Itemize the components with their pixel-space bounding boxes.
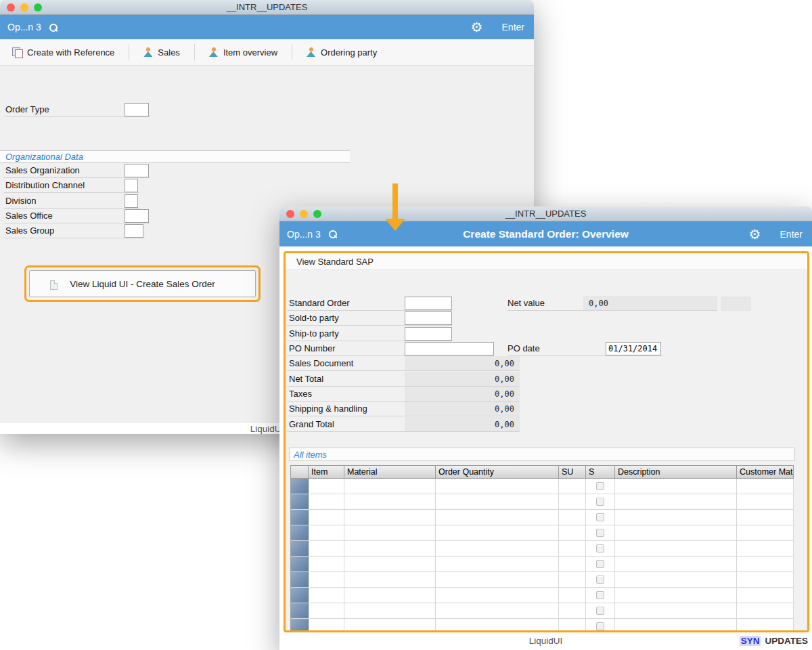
row-checkbox[interactable] bbox=[596, 498, 604, 506]
table-cell[interactable] bbox=[586, 603, 615, 618]
table-cell[interactable] bbox=[586, 525, 615, 540]
table-cell[interactable] bbox=[309, 603, 344, 618]
column-header-s[interactable]: S bbox=[586, 465, 615, 479]
table-cell[interactable] bbox=[737, 619, 794, 630]
row-checkbox[interactable] bbox=[596, 560, 604, 568]
row-selector-cell[interactable] bbox=[291, 588, 309, 603]
table-cell[interactable] bbox=[344, 510, 436, 525]
table-cell[interactable] bbox=[309, 619, 344, 630]
row-selector-cell[interactable] bbox=[291, 557, 309, 571]
minimize-button[interactable] bbox=[20, 3, 28, 12]
column-header-selector[interactable] bbox=[291, 465, 309, 479]
enter-button[interactable]: Enter bbox=[780, 229, 803, 240]
sales-office-input[interactable] bbox=[125, 209, 149, 223]
row-selector-cell[interactable] bbox=[291, 619, 309, 630]
po-number-input[interactable] bbox=[405, 342, 494, 355]
table-cell[interactable] bbox=[586, 510, 615, 525]
zoom-button[interactable] bbox=[34, 3, 42, 12]
table-cell[interactable] bbox=[436, 510, 559, 525]
table-cell[interactable] bbox=[559, 619, 586, 630]
table-cell[interactable] bbox=[615, 525, 737, 540]
table-cell[interactable] bbox=[559, 572, 586, 587]
table-cell[interactable] bbox=[737, 525, 794, 540]
table-cell[interactable] bbox=[436, 479, 559, 494]
table-cell[interactable] bbox=[737, 494, 794, 509]
table-cell[interactable] bbox=[309, 541, 344, 556]
close-button[interactable] bbox=[286, 210, 294, 218]
table-cell[interactable] bbox=[344, 479, 436, 494]
po-date-input[interactable] bbox=[606, 342, 661, 355]
transaction-label[interactable]: Op...n 3 bbox=[287, 229, 321, 240]
row-checkbox[interactable] bbox=[596, 482, 604, 490]
table-cell[interactable] bbox=[737, 603, 794, 618]
row-checkbox[interactable] bbox=[596, 529, 604, 537]
column-header-su[interactable]: SU bbox=[559, 465, 586, 479]
table-cell[interactable] bbox=[309, 525, 344, 540]
standard-order-input[interactable] bbox=[405, 297, 452, 310]
table-cell[interactable] bbox=[615, 541, 737, 556]
table-cell[interactable] bbox=[309, 588, 344, 603]
table-cell[interactable] bbox=[586, 479, 615, 494]
table-cell[interactable] bbox=[737, 572, 794, 587]
table-cell[interactable] bbox=[309, 572, 344, 587]
table-cell[interactable] bbox=[586, 588, 615, 603]
table-cell[interactable] bbox=[586, 619, 615, 630]
table-cell[interactable] bbox=[615, 588, 737, 603]
table-cell[interactable] bbox=[559, 557, 586, 571]
table-cell[interactable] bbox=[344, 603, 436, 618]
toolbar-button-ordering-party[interactable]: Ordering party bbox=[292, 47, 391, 58]
minimize-button[interactable] bbox=[300, 210, 308, 218]
table-cell[interactable] bbox=[436, 588, 559, 603]
table-cell[interactable] bbox=[615, 572, 737, 587]
view-liquid-ui-button[interactable]: View Liquid UI - Create Sales Order bbox=[29, 270, 256, 297]
row-checkbox[interactable] bbox=[596, 622, 604, 630]
table-cell[interactable] bbox=[436, 494, 559, 509]
table-cell[interactable] bbox=[737, 541, 794, 556]
column-header-item[interactable]: Item bbox=[309, 465, 344, 479]
order-type-input[interactable] bbox=[125, 103, 149, 116]
table-cell[interactable] bbox=[559, 588, 586, 603]
back-window-titlebar[interactable]: __INTR__UPDATES bbox=[0, 0, 534, 15]
column-header-customer-mat[interactable]: Customer Mat bbox=[737, 465, 794, 479]
table-cell[interactable] bbox=[559, 479, 586, 494]
table-cell[interactable] bbox=[309, 557, 344, 571]
table-cell[interactable] bbox=[436, 541, 559, 556]
close-button[interactable] bbox=[7, 3, 15, 12]
row-selector-cell[interactable] bbox=[291, 572, 309, 587]
row-selector-cell[interactable] bbox=[291, 525, 309, 540]
table-cell[interactable] bbox=[559, 541, 586, 556]
table-cell[interactable] bbox=[559, 525, 586, 540]
row-checkbox[interactable] bbox=[596, 607, 604, 615]
table-cell[interactable] bbox=[586, 494, 615, 509]
table-cell[interactable] bbox=[309, 510, 344, 525]
table-cell[interactable] bbox=[309, 479, 344, 494]
search-icon[interactable] bbox=[329, 230, 336, 238]
table-cell[interactable] bbox=[615, 494, 737, 509]
table-cell[interactable] bbox=[436, 572, 559, 587]
table-cell[interactable] bbox=[737, 510, 794, 525]
table-cell[interactable] bbox=[615, 479, 737, 494]
distribution-channel-input[interactable] bbox=[125, 179, 138, 192]
gear-icon[interactable]: ⚙ bbox=[749, 228, 761, 241]
row-checkbox[interactable] bbox=[596, 513, 604, 521]
column-header-material[interactable]: Material bbox=[344, 465, 436, 479]
table-cell[interactable] bbox=[586, 572, 615, 587]
view-standard-sap-button[interactable]: View Standard SAP bbox=[286, 253, 807, 270]
search-icon[interactable] bbox=[49, 24, 57, 31]
front-window-titlebar[interactable]: __INTR__UPDATES bbox=[279, 207, 812, 221]
sales-organization-input[interactable] bbox=[125, 164, 149, 177]
gear-icon[interactable]: ⚙ bbox=[471, 20, 483, 34]
toolbar-button-item-overview[interactable]: Item overview bbox=[195, 47, 292, 58]
table-cell[interactable] bbox=[586, 541, 615, 556]
row-selector-cell[interactable] bbox=[291, 494, 309, 509]
division-input[interactable] bbox=[125, 194, 138, 208]
table-cell[interactable] bbox=[436, 525, 559, 540]
row-selector-cell[interactable] bbox=[291, 479, 309, 494]
toolbar-button-sales[interactable]: Sales bbox=[129, 47, 194, 58]
table-cell[interactable] bbox=[737, 588, 794, 603]
row-checkbox[interactable] bbox=[596, 591, 604, 599]
table-cell[interactable] bbox=[615, 510, 737, 525]
zoom-button[interactable] bbox=[313, 210, 321, 218]
table-cell[interactable] bbox=[615, 603, 737, 618]
table-cell[interactable] bbox=[559, 603, 586, 618]
